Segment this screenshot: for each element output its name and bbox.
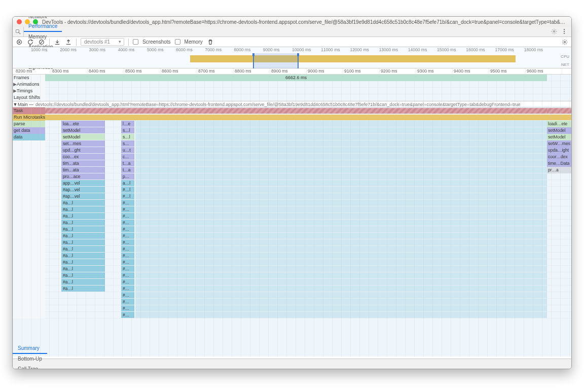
flame-cell[interactable]: #…: [121, 200, 134, 206]
flame-cell[interactable]: [135, 147, 547, 153]
flame-cell[interactable]: #…: [121, 220, 134, 226]
flame-cell[interactable]: #a…l: [61, 233, 105, 239]
flame-right-stub[interactable]: [547, 220, 571, 226]
flame-cell[interactable]: s…l: [121, 127, 134, 133]
details-tab-bottomup[interactable]: Bottom-Up: [13, 354, 47, 364]
flame-cell[interactable]: [135, 187, 547, 193]
flame-row[interactable]: #ap…vel#…l: [13, 193, 571, 200]
flame-row[interactable]: #a…l#…: [13, 259, 571, 266]
flame-cell[interactable]: [135, 173, 547, 180]
collapse-arrow-icon[interactable]: ▼: [13, 102, 18, 107]
profile-selector[interactable]: devtools #1: [81, 38, 124, 46]
flame-cell[interactable]: s…: [121, 140, 134, 147]
flame-cell[interactable]: #a…l: [61, 266, 105, 272]
flame-cell[interactable]: [135, 121, 547, 127]
flame-right-stub[interactable]: [547, 239, 571, 246]
flame-right-stub[interactable]: [547, 286, 571, 292]
selection-handle-right[interactable]: [297, 53, 299, 56]
flame-cell[interactable]: [135, 154, 547, 160]
flame-row[interactable]: upd…ghtu…tupda…ight: [13, 147, 571, 154]
flame-cell[interactable]: #…: [121, 239, 134, 245]
flame-cell[interactable]: #…: [121, 253, 134, 259]
flame-right-stub[interactable]: [547, 180, 571, 187]
flame-row[interactable]: coo…exc…coor…dex: [13, 154, 571, 160]
flame-cell[interactable]: c…: [121, 154, 134, 160]
flame-cell[interactable]: [135, 266, 547, 272]
flame-cell[interactable]: p…: [121, 173, 134, 180]
flame-cell[interactable]: [135, 206, 547, 212]
flame-row[interactable]: #a…l#…: [13, 266, 571, 272]
flame-cell[interactable]: [135, 312, 547, 318]
expand-arrow-icon[interactable]: ▶: [13, 81, 17, 88]
flame-right-stub[interactable]: [547, 279, 571, 286]
flame-cell[interactable]: #a…l: [61, 206, 105, 212]
flame-row[interactable]: #a…l#…: [13, 279, 571, 286]
flame-cell[interactable]: [135, 292, 547, 298]
flame-cell[interactable]: #a…l: [61, 253, 105, 259]
flame-right-stub[interactable]: [547, 305, 571, 312]
flame-cell[interactable]: #…: [121, 292, 134, 298]
flame-cell[interactable]: setModel: [61, 127, 105, 133]
flame-row[interactable]: #a…l#…: [13, 233, 571, 239]
layoutshifts-track[interactable]: Layout Shifts: [13, 94, 571, 101]
flame-cell[interactable]: l…e: [121, 121, 134, 127]
flame-right-stub[interactable]: time…Data: [547, 160, 571, 167]
flame-row[interactable]: set…mess…setW…mes: [13, 140, 571, 147]
flame-right-stub[interactable]: setModel: [547, 127, 571, 134]
flame-row[interactable]: #…: [13, 292, 571, 299]
flame-right-stub[interactable]: setW…mes: [547, 140, 571, 147]
detail-ruler[interactable]: 8200 ms8300 ms8400 ms8500 ms8600 ms8700 …: [13, 68, 571, 75]
microtask-row[interactable]: Run Microtasks: [13, 114, 571, 121]
flame-row[interactable]: tim…atat…apr…a: [13, 167, 571, 173]
details-tab-calltree[interactable]: Call Tree: [13, 364, 47, 370]
flame-cell[interactable]: tim…ata: [61, 167, 105, 173]
flame-cell[interactable]: pro…ace: [61, 173, 105, 180]
flame-cell[interactable]: [135, 200, 547, 206]
flame-right-stub[interactable]: [547, 187, 571, 193]
flame-cell[interactable]: [135, 140, 547, 147]
flame-row[interactable]: #a…l#…: [13, 213, 571, 220]
flame-cell[interactable]: [135, 134, 547, 140]
flame-cell[interactable]: #a…l: [61, 200, 105, 206]
flame-cell[interactable]: #…: [121, 213, 134, 219]
flame-row[interactable]: tim…atat…atime…Data: [13, 160, 571, 167]
flame-cell[interactable]: [135, 279, 547, 285]
flame-cell[interactable]: #…: [121, 286, 134, 292]
flame-cell[interactable]: [135, 213, 547, 219]
flame-cell[interactable]: #…: [121, 266, 134, 272]
flame-right-stub[interactable]: [547, 206, 571, 213]
flame-cell[interactable]: [135, 160, 547, 166]
flame-cell[interactable]: [135, 226, 547, 232]
flame-right-stub[interactable]: [547, 226, 571, 233]
timeline-overview[interactable]: 1000 ms2000 ms3000 ms4000 ms5000 ms6000 …: [13, 47, 571, 68]
flame-right-stub[interactable]: [547, 272, 571, 279]
flame-cell[interactable]: #…l: [121, 187, 134, 193]
flame-cell[interactable]: [135, 167, 547, 173]
reload-record-icon[interactable]: [27, 39, 34, 46]
flame-right-stub[interactable]: upda…ight: [547, 147, 571, 154]
flame-cell[interactable]: loa…ete: [61, 121, 105, 127]
flame-cell[interactable]: [135, 305, 547, 311]
inspect-element-icon[interactable]: [13, 27, 24, 37]
flame-cell[interactable]: #…: [121, 226, 134, 232]
flame-cell[interactable]: #a…l: [61, 259, 105, 265]
details-tab-summary[interactable]: Summary: [13, 344, 47, 354]
expand-arrow-icon[interactable]: ▶: [13, 88, 17, 94]
flame-cell[interactable]: [135, 193, 547, 199]
flame-cell[interactable]: t…a: [121, 167, 134, 173]
flame-right-stub[interactable]: coor…dex: [547, 154, 571, 160]
flame-cell[interactable]: [135, 272, 547, 278]
flame-cell[interactable]: #ap…vel: [61, 187, 105, 193]
frame-duration[interactable]: 6662.6 ms: [45, 75, 547, 81]
flame-right-stub[interactable]: [547, 233, 571, 239]
flame-row[interactable]: #a…l#…: [13, 226, 571, 233]
task-row[interactable]: Task: [13, 108, 571, 114]
flame-cell[interactable]: #a…l: [61, 279, 105, 285]
flame-cell[interactable]: [135, 127, 547, 133]
flame-cell[interactable]: #a…l: [61, 239, 105, 245]
close-icon[interactable]: [17, 19, 22, 24]
flame-cell[interactable]: #…: [121, 299, 134, 305]
flame-cell[interactable]: [135, 180, 547, 186]
capture-settings-gear-icon[interactable]: [561, 39, 568, 46]
flame-cell[interactable]: #ap…vel: [61, 193, 105, 199]
